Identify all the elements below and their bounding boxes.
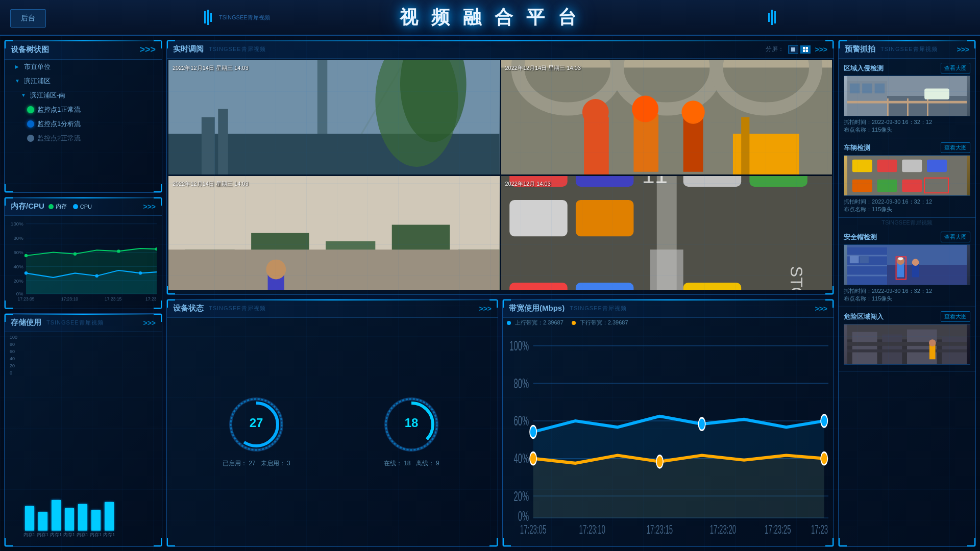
back-button[interactable]: 后台: [10, 9, 46, 28]
cam1-timestamp: 2022年12月14日 星期三 14:03: [173, 64, 249, 72]
cam2-timestamp: 2022年12月14日 星期三 14:03: [505, 64, 581, 72]
header-title-wrap: 视 频 融 合 平 台: [400, 5, 580, 30]
deco-bar: [771, 10, 773, 25]
background-grid: [0, 0, 980, 551]
cam3-timestamp: 2022年12月14日 星期三 14:03: [173, 180, 249, 188]
header-watermark-left: TSINGSEE青犀视频: [219, 14, 270, 21]
header-deco-left: TSINGSEE青犀视频: [204, 10, 270, 25]
cam4-timestamp: 2022年12月 14:03: [505, 180, 551, 188]
header: 后台 TSINGSEE青犀视频 视 频 融 合 平 台: [0, 0, 980, 36]
header-title: 视 频 融 合 平 台: [400, 7, 580, 28]
deco-bar: [204, 11, 206, 23]
deco-bar: [210, 13, 212, 22]
header-deco-right: [768, 10, 776, 25]
deco-bar: [774, 11, 776, 23]
deco-bar: [207, 10, 209, 25]
deco-bar: [768, 13, 770, 22]
